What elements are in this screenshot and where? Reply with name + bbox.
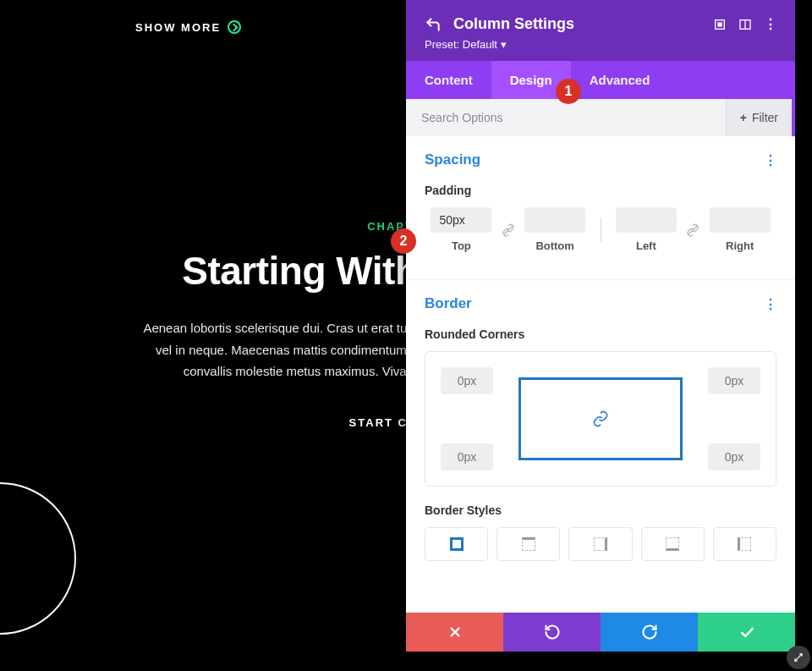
filter-button[interactable]: + Filter xyxy=(726,99,792,136)
rounded-corners-label: Rounded Corners xyxy=(425,327,776,341)
border-title: Border xyxy=(425,295,472,312)
panel-header: Column Settings ⋮ Preset: Default ▾ xyxy=(406,0,795,61)
corner-preview-box xyxy=(518,377,683,460)
show-more-label: SHOW MORE xyxy=(135,21,221,34)
svg-rect-1 xyxy=(718,23,721,26)
fullscreen-icon[interactable] xyxy=(713,18,727,31)
annotation-badge-1: 1 xyxy=(556,79,581,104)
padding-label: Padding xyxy=(425,184,776,197)
corner-bottom-right-input[interactable] xyxy=(708,443,760,470)
panel-title: Column Settings xyxy=(453,15,701,33)
action-bar xyxy=(406,613,795,652)
border-style-left[interactable] xyxy=(713,527,776,561)
search-input[interactable] xyxy=(421,111,726,124)
border-style-options xyxy=(425,527,776,561)
svg-line-8 xyxy=(795,654,802,661)
panel-scroll[interactable]: Spacing ⋮ Padding Top Bottom xyxy=(406,136,795,613)
check-icon xyxy=(738,624,755,641)
padding-bottom-caption: Bottom xyxy=(518,239,592,252)
link-icon[interactable] xyxy=(502,223,515,237)
spacing-menu-icon[interactable]: ⋮ xyxy=(764,152,776,168)
corner-bottom-left-input[interactable] xyxy=(441,443,493,470)
tab-advanced[interactable]: Advanced xyxy=(571,61,669,99)
search-bar: + Filter xyxy=(406,99,795,136)
padding-top-caption: Top xyxy=(425,239,498,252)
padding-bottom-input[interactable] xyxy=(524,207,585,233)
filter-label: Filter xyxy=(752,111,778,124)
expand-icon xyxy=(793,652,804,663)
section-border: Border ⋮ Rounded Corners Border Styles xyxy=(406,280,795,580)
cancel-button[interactable] xyxy=(406,613,503,652)
layout-columns-icon[interactable] xyxy=(738,18,752,31)
redo-button[interactable] xyxy=(601,613,698,652)
section-spacing: Spacing ⋮ Padding Top Bottom xyxy=(406,136,795,271)
rounded-corners-control xyxy=(425,351,776,487)
border-styles-label: Border Styles xyxy=(425,503,776,517)
spacing-title: Spacing xyxy=(425,151,480,168)
back-arrow-icon[interactable] xyxy=(425,16,442,33)
border-style-top[interactable] xyxy=(497,527,560,561)
corner-top-left-input[interactable] xyxy=(441,367,493,394)
square-left-icon xyxy=(738,537,751,551)
divider-vertical xyxy=(601,217,601,243)
plus-icon: + xyxy=(740,111,747,124)
expand-corner-button[interactable] xyxy=(787,646,810,669)
border-style-all[interactable] xyxy=(425,527,488,561)
decorative-circle xyxy=(0,482,76,635)
preset-dropdown[interactable]: Preset: Default ▾ xyxy=(425,38,776,51)
padding-left-caption: Left xyxy=(610,239,683,252)
padding-right-caption: Right xyxy=(703,239,776,252)
square-right-icon xyxy=(594,537,607,551)
redo-icon xyxy=(641,624,658,641)
square-bottom-icon xyxy=(666,537,679,551)
border-style-right[interactable] xyxy=(568,527,632,561)
undo-button[interactable] xyxy=(503,613,601,652)
square-all-icon xyxy=(450,537,464,551)
padding-top-input[interactable] xyxy=(431,207,491,233)
close-icon xyxy=(447,624,463,640)
padding-left-input[interactable] xyxy=(616,207,677,233)
more-vertical-icon[interactable]: ⋮ xyxy=(764,16,776,32)
square-top-icon xyxy=(522,537,535,551)
undo-icon xyxy=(544,624,561,641)
column-settings-panel: Column Settings ⋮ Preset: Default ▾ Cont… xyxy=(406,0,795,652)
confirm-button[interactable] xyxy=(698,613,795,652)
annotation-badge-2: 2 xyxy=(391,228,416,254)
link-icon[interactable] xyxy=(686,223,700,237)
border-style-bottom[interactable] xyxy=(641,527,705,561)
padding-right-input[interactable] xyxy=(710,207,771,233)
settings-tabs: Content Design Advanced xyxy=(406,61,795,99)
tab-content[interactable]: Content xyxy=(406,61,491,99)
arrow-right-circle-icon xyxy=(228,20,241,34)
show-more-link[interactable]: SHOW MORE xyxy=(135,20,241,34)
padding-inputs: Top Bottom Left xyxy=(425,207,776,252)
border-menu-icon[interactable]: ⋮ xyxy=(764,296,776,312)
corner-top-right-input[interactable] xyxy=(708,367,760,394)
link-icon[interactable] xyxy=(592,410,609,427)
